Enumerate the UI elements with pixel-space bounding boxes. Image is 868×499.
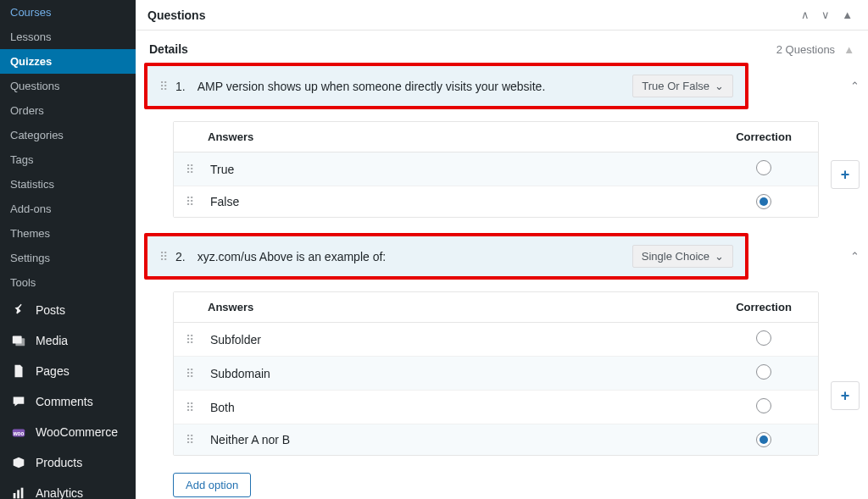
sidebar-item-media[interactable]: Media: [0, 325, 136, 356]
answer-row: ⠿Subdomain: [174, 357, 818, 391]
chevron-down-icon: ⌄: [715, 80, 724, 92]
answer-row: ⠿Neither A nor B: [174, 424, 818, 455]
box-icon: [10, 454, 27, 471]
answer-row: ⠿False: [174, 186, 818, 217]
sidebar-item-tags[interactable]: Tags: [0, 147, 136, 172]
sidebar-item-statistics[interactable]: Statistics: [0, 172, 136, 197]
woo-icon: woo: [10, 424, 27, 441]
svg-rect-5: [17, 490, 19, 498]
sidebar-item-analytics[interactable]: Analytics: [0, 478, 136, 499]
svg-text:woo: woo: [13, 430, 25, 436]
sidebar-item-quizzes[interactable]: Quizzes: [0, 49, 136, 74]
question-count: 2 Questions ▲: [776, 43, 854, 56]
panel-collapse-icon[interactable]: ▲: [838, 7, 856, 23]
sidebar-item-themes[interactable]: Themes: [0, 221, 136, 246]
panel-content: Details 2 Questions ▲ ⠿ 1. AMP version s…: [136, 30, 868, 499]
add-question-button[interactable]: +: [831, 381, 860, 410]
sidebar-item-comments[interactable]: Comments: [0, 386, 136, 417]
answer-row: ⠿True: [174, 152, 818, 186]
sidebar-item-orders[interactable]: Orders: [0, 98, 136, 123]
sidebar-item-woocommerce[interactable]: woo WooCommerce: [0, 417, 136, 447]
panel-move-up-icon[interactable]: ∧: [798, 7, 813, 23]
drag-handle-icon[interactable]: ⠿: [186, 163, 193, 176]
sidebar-item-tools[interactable]: Tools: [0, 270, 136, 295]
svg-rect-1: [15, 338, 25, 346]
answer-label[interactable]: True: [210, 163, 234, 176]
question-number: 2.: [175, 250, 186, 263]
correction-radio[interactable]: [756, 160, 771, 175]
sidebar-item-questions[interactable]: Questions: [0, 74, 136, 98]
question-text[interactable]: AMP version shows up when someone direct…: [198, 80, 633, 93]
details-label: Details: [149, 42, 188, 56]
sidebar-item-posts[interactable]: Posts: [0, 295, 136, 325]
answer-row: ⠿Subfolder: [174, 323, 818, 357]
answers-col-label: Answers: [186, 301, 721, 313]
bars-icon: [10, 485, 27, 499]
answer-label[interactable]: Subdomain: [210, 367, 270, 380]
panel-move-down-icon[interactable]: ∨: [818, 7, 833, 23]
answers-col-label: Answers: [186, 130, 721, 143]
admin-sidebar: Courses Lessons Quizzes Questions Orders…: [0, 0, 136, 499]
panel-header: Questions ∧ ∨ ▲: [136, 0, 868, 30]
drag-handle-icon[interactable]: ⠿: [186, 367, 193, 380]
answers-block-1: Answers Correction ⠿True ⠿False +: [144, 109, 860, 218]
panel-controls: ∧ ∨ ▲: [798, 7, 856, 23]
answer-row: ⠿Both: [174, 391, 818, 424]
svg-rect-6: [21, 488, 24, 499]
answer-label[interactable]: False: [210, 195, 239, 208]
panel-title: Questions: [147, 8, 205, 22]
chevron-down-icon: ⌄: [715, 250, 724, 263]
correction-radio[interactable]: [756, 432, 771, 447]
answers-table: Answers Correction ⠿True ⠿False: [173, 121, 819, 218]
drag-handle-icon[interactable]: ⠿: [186, 401, 193, 414]
answer-label[interactable]: Subfolder: [210, 333, 261, 347]
sidebar-item-categories[interactable]: Categories: [0, 123, 136, 147]
sidebar-item-lessons[interactable]: Lessons: [0, 25, 136, 49]
app-root: Courses Lessons Quizzes Questions Orders…: [0, 0, 868, 499]
answers-header-row: Answers Correction: [174, 122, 818, 152]
pin-icon: [10, 302, 27, 319]
drag-handle-icon[interactable]: ⠿: [186, 333, 193, 347]
add-question-button[interactable]: +: [831, 160, 860, 189]
correction-radio[interactable]: [756, 194, 771, 209]
drag-handle-icon[interactable]: ⠿: [159, 250, 167, 263]
comment-icon: [10, 393, 27, 410]
correction-col-label: Correction: [721, 301, 806, 313]
answer-label[interactable]: Neither A nor B: [210, 433, 290, 446]
question-collapse-toggle[interactable]: ⌃: [850, 250, 860, 263]
question-number: 1.: [175, 80, 186, 93]
drag-handle-icon[interactable]: ⠿: [159, 80, 167, 93]
page-icon: [10, 363, 27, 380]
question-row-2[interactable]: ⠿ 2. xyz.com/us Above is an example of: …: [144, 233, 748, 280]
answers-header-row: Answers Correction: [174, 292, 818, 323]
details-bar: Details 2 Questions ▲: [144, 39, 860, 63]
question-collapse-toggle[interactable]: ⌃: [850, 80, 860, 92]
question-text[interactable]: xyz.com/us Above is an example of:: [198, 250, 632, 263]
correction-radio[interactable]: [756, 398, 771, 413]
answer-label[interactable]: Both: [210, 401, 235, 414]
sidebar-item-courses[interactable]: Courses: [0, 0, 136, 25]
sidebar-item-settings[interactable]: Settings: [0, 246, 136, 270]
question-type-select[interactable]: Single Choice ⌄: [632, 245, 733, 268]
add-option-button[interactable]: Add option: [173, 473, 251, 497]
sidebar-item-products[interactable]: Products: [0, 447, 136, 478]
answers-table: Answers Correction ⠿Subfolder ⠿Subdomain…: [173, 291, 819, 456]
correction-radio[interactable]: [756, 364, 771, 380]
media-icon: [10, 332, 27, 349]
svg-rect-4: [14, 493, 16, 498]
correction-col-label: Correction: [721, 130, 806, 143]
sidebar-item-addons[interactable]: Add-ons: [0, 197, 136, 221]
sidebar-item-pages[interactable]: Pages: [0, 356, 136, 386]
question-row-1[interactable]: ⠿ 1. AMP version shows up when someone d…: [144, 63, 748, 109]
drag-handle-icon[interactable]: ⠿: [186, 433, 193, 446]
correction-radio[interactable]: [756, 330, 771, 346]
main-content: Questions ∧ ∨ ▲ Details 2 Questions ▲ ⠿ …: [136, 0, 868, 499]
answers-block-2: Answers Correction ⠿Subfolder ⠿Subdomain…: [144, 280, 860, 456]
drag-handle-icon[interactable]: ⠿: [186, 195, 193, 208]
sort-icon[interactable]: ▲: [843, 43, 854, 56]
question-type-select[interactable]: True Or False ⌄: [632, 75, 733, 97]
